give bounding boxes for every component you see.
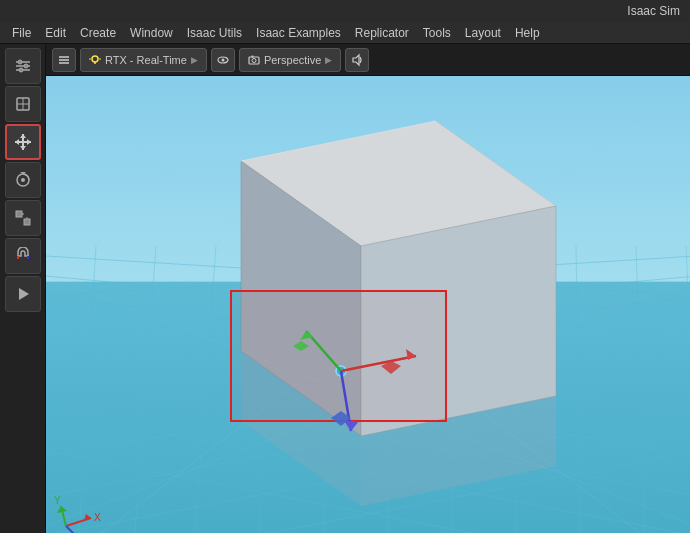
scale-tool-button[interactable] — [5, 200, 41, 236]
svg-marker-13 — [15, 139, 19, 145]
scene-canvas: X Y Z — [46, 76, 690, 533]
svg-text:X: X — [94, 512, 101, 523]
bulb-icon — [89, 54, 101, 66]
settings-tool-button[interactable] — [5, 48, 41, 84]
camera-button[interactable]: Perspective ▶ — [239, 48, 341, 72]
hamburger-icon — [57, 53, 71, 67]
svg-text:Y: Y — [54, 495, 61, 506]
svg-point-3 — [18, 60, 22, 64]
menu-edit[interactable]: Edit — [39, 24, 72, 42]
camera-icon — [248, 54, 260, 66]
rotate-icon — [14, 171, 32, 189]
move-icon — [13, 132, 33, 152]
svg-marker-11 — [20, 134, 26, 138]
magnet-tool-button[interactable] — [5, 238, 41, 274]
svg-rect-18 — [16, 211, 22, 217]
left-toolbar — [0, 44, 46, 533]
menu-window[interactable]: Window — [124, 24, 179, 42]
select-icon — [14, 95, 32, 113]
menu-tools[interactable]: Tools — [417, 24, 457, 42]
play-tool-button[interactable] — [5, 276, 41, 312]
menu-bar: File Edit Create Window Isaac Utils Isaa… — [0, 22, 690, 44]
menu-isaac-utils[interactable]: Isaac Utils — [181, 24, 248, 42]
camera-label: Perspective — [264, 54, 321, 66]
svg-marker-14 — [27, 139, 31, 145]
svg-marker-37 — [353, 55, 359, 65]
viewport-settings-button[interactable] — [52, 48, 76, 72]
magnet-icon — [14, 247, 32, 265]
svg-point-16 — [21, 178, 25, 182]
svg-point-5 — [19, 68, 23, 72]
audio-button[interactable] — [345, 48, 369, 72]
menu-help[interactable]: Help — [509, 24, 546, 42]
camera-chevron: ▶ — [325, 55, 332, 65]
play-icon — [14, 285, 32, 303]
viewport-toolbar: RTX - Real-Time ▶ Perspective ▶ — [46, 44, 690, 76]
svg-rect-19 — [24, 219, 30, 225]
svg-point-4 — [24, 64, 28, 68]
svg-marker-12 — [20, 146, 26, 150]
select-tool-button[interactable] — [5, 86, 41, 122]
rotate-tool-button[interactable] — [5, 162, 41, 198]
render-mode-label: RTX - Real-Time — [105, 54, 187, 66]
settings-icon — [14, 57, 32, 75]
viewport: RTX - Real-Time ▶ Perspective ▶ — [46, 44, 690, 533]
menu-file[interactable]: File — [6, 24, 37, 42]
svg-point-28 — [92, 56, 98, 62]
render-mode-chevron: ▶ — [191, 55, 198, 65]
menu-isaac-examples[interactable]: Isaac Examples — [250, 24, 347, 42]
scale-icon — [14, 209, 32, 227]
main-layout: RTX - Real-Time ▶ Perspective ▶ — [0, 44, 690, 533]
menu-create[interactable]: Create — [74, 24, 122, 42]
grid: X Y Z — [46, 76, 690, 533]
menu-replicator[interactable]: Replicator — [349, 24, 415, 42]
eye-icon — [216, 53, 230, 67]
menu-layout[interactable]: Layout — [459, 24, 507, 42]
app-title: Isaac Sim — [627, 4, 680, 18]
audio-icon — [350, 53, 364, 67]
eye-button[interactable] — [211, 48, 235, 72]
move-tool-button[interactable] — [5, 124, 41, 160]
render-mode-button[interactable]: RTX - Real-Time ▶ — [80, 48, 207, 72]
svg-marker-24 — [19, 288, 29, 300]
svg-rect-36 — [251, 55, 253, 57]
svg-point-33 — [221, 58, 224, 61]
svg-point-35 — [252, 58, 256, 62]
title-bar: Isaac Sim — [0, 0, 690, 22]
